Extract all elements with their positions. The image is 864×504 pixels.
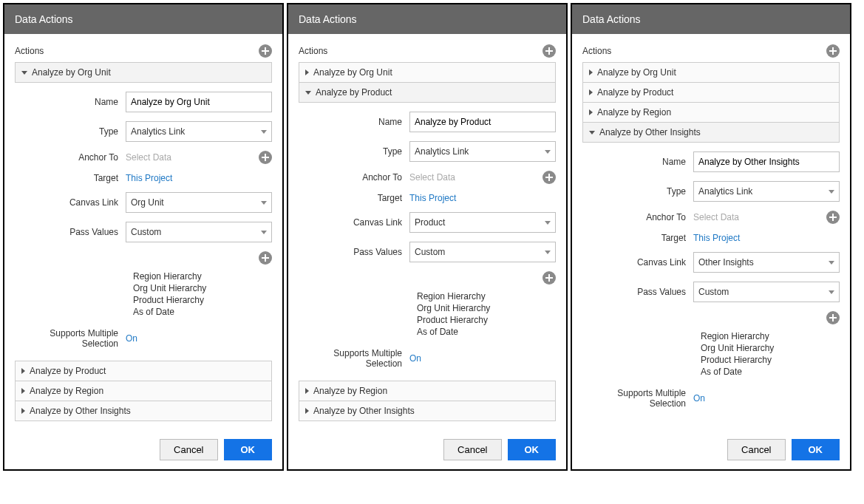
pass-values-select[interactable]: Custom xyxy=(693,282,840,302)
accordion-item-region[interactable]: Analyze by Region xyxy=(299,381,556,401)
action-form: Name Type Analytics Link Anchor To Selec… xyxy=(582,151,840,385)
name-label: Name xyxy=(299,117,409,127)
anchor-to-label: Anchor To xyxy=(299,172,409,183)
ok-button[interactable]: OK xyxy=(224,439,273,460)
dialog-title: Data Actions xyxy=(4,4,282,34)
chevron-down-icon xyxy=(261,231,267,234)
cancel-button[interactable]: Cancel xyxy=(443,439,501,460)
expand-icon xyxy=(21,408,25,414)
add-pass-value-icon[interactable] xyxy=(542,271,556,285)
add-pass-value-icon[interactable] xyxy=(259,251,272,265)
accordion-group: Analyze by Org Unit Analyze by Product xyxy=(299,62,556,103)
expand-icon xyxy=(305,388,309,394)
cancel-button[interactable]: Cancel xyxy=(727,439,785,460)
data-actions-dialog: Data Actions Actions Analyze by Org Unit… xyxy=(3,3,284,471)
add-pass-value-icon[interactable] xyxy=(826,311,840,324)
hierarchy-item: Region Hierarchy xyxy=(417,290,556,302)
accordion-item-product[interactable]: Analyze by Product xyxy=(15,361,272,381)
canvas-link-label: Canvas Link xyxy=(582,257,693,268)
accordion-label: Analyze by Product xyxy=(597,87,673,98)
add-anchor-icon[interactable] xyxy=(259,151,272,164)
accordion-item-other-insights[interactable]: Analyze by Other Insights xyxy=(582,122,840,143)
data-actions-dialog: Data Actions Actions Analyze by Org Unit… xyxy=(287,3,568,471)
anchor-to-label: Anchor To xyxy=(15,152,126,163)
canvas-link-select[interactable]: Org Unit xyxy=(126,192,272,213)
accordion-item-product[interactable]: Analyze by Product xyxy=(582,82,840,103)
expand-icon xyxy=(305,91,311,95)
supports-toggle[interactable]: On xyxy=(409,353,421,364)
expand-icon xyxy=(21,388,25,394)
accordion-group: Analyze by Org Unit Analyze by Product A… xyxy=(582,62,840,143)
anchor-placeholder: Select Data xyxy=(693,212,826,222)
name-field[interactable] xyxy=(126,92,272,112)
cancel-button[interactable]: Cancel xyxy=(160,439,217,460)
action-form: Name Type Analytics Link Anchor To Selec… xyxy=(15,92,272,325)
add-anchor-icon[interactable] xyxy=(826,211,840,224)
dialog-body: Actions Analyze by Org Unit Analyze by P… xyxy=(288,34,566,432)
actions-label: Actions xyxy=(15,46,44,56)
type-select[interactable]: Analytics Link xyxy=(409,141,556,162)
accordion-item-other-insights[interactable]: Analyze by Other Insights xyxy=(299,401,556,421)
hierarchy-item: Org Unit Hierarchy xyxy=(701,342,840,354)
name-field[interactable] xyxy=(693,151,840,172)
expand-icon xyxy=(305,408,309,414)
accordion-item-org-unit[interactable]: Analyze by Org Unit xyxy=(15,62,272,83)
type-select[interactable]: Analytics Link xyxy=(693,181,840,202)
ok-button[interactable]: OK xyxy=(508,439,557,460)
anchor-placeholder: Select Data xyxy=(409,172,542,183)
hierarchy-item: Region Hierarchy xyxy=(701,330,840,342)
accordion-item-other-insights[interactable]: Analyze by Other Insights xyxy=(15,401,272,421)
type-select[interactable]: Analytics Link xyxy=(126,121,272,142)
add-action-icon[interactable] xyxy=(259,44,272,58)
dialog-title: Data Actions xyxy=(288,4,566,34)
add-action-icon[interactable] xyxy=(542,44,556,58)
action-form: Name Type Analytics Link Anchor To Selec… xyxy=(299,112,556,345)
supports-label: Supports Multiple Selection xyxy=(299,348,409,369)
ok-button[interactable]: OK xyxy=(792,439,840,460)
hierarchy-item: Product Hierarchy xyxy=(701,354,840,366)
actions-section-header: Actions xyxy=(15,44,272,58)
supports-label: Supports Multiple Selection xyxy=(15,328,126,349)
accordion-label: Analyze by Other Insights xyxy=(313,406,415,416)
accordion-item-org-unit[interactable]: Analyze by Org Unit xyxy=(582,62,840,83)
add-anchor-icon[interactable] xyxy=(542,171,556,184)
supports-toggle[interactable]: On xyxy=(693,393,705,403)
chevron-down-icon xyxy=(829,290,834,294)
data-actions-dialog: Data Actions Actions Analyze by Org Unit… xyxy=(571,3,851,471)
pass-values-label: Pass Values xyxy=(15,227,126,237)
hierarchy-item: Org Unit Hierarchy xyxy=(133,282,272,294)
target-link[interactable]: This Project xyxy=(409,193,456,203)
hierarchy-item: As of Date xyxy=(133,306,272,318)
name-field[interactable] xyxy=(409,112,556,132)
accordion-label: Analyze by Org Unit xyxy=(313,67,392,78)
pass-values-select[interactable]: Custom xyxy=(409,242,556,262)
hierarchy-list: Region Hierarchy Org Unit Hierarchy Prod… xyxy=(133,270,272,318)
accordion-label: Analyze by Other Insights xyxy=(599,127,701,137)
dialog-footer: Cancel OK xyxy=(572,432,850,469)
name-label: Name xyxy=(15,97,126,107)
target-link[interactable]: This Project xyxy=(693,233,740,243)
add-action-icon[interactable] xyxy=(826,44,840,58)
accordion-group: Analyze by Org Unit xyxy=(15,62,272,83)
accordion-label: Analyze by Region xyxy=(313,386,387,396)
expand-icon xyxy=(589,89,593,95)
actions-section-header: Actions xyxy=(582,44,840,58)
canvas-link-select[interactable]: Product xyxy=(409,212,556,233)
dialog-footer: Cancel OK xyxy=(4,432,282,469)
accordion-item-region[interactable]: Analyze by Region xyxy=(15,381,272,401)
accordion-item-org-unit[interactable]: Analyze by Org Unit xyxy=(299,62,556,83)
target-label: Target xyxy=(15,173,126,183)
supports-toggle[interactable]: On xyxy=(126,333,137,344)
hierarchy-item: As of Date xyxy=(701,366,840,378)
hierarchy-item: Product Hierarchy xyxy=(417,314,556,326)
canvas-link-select[interactable]: Other Insights xyxy=(693,252,840,273)
target-label: Target xyxy=(582,233,693,243)
accordion-label: Analyze by Product xyxy=(316,87,392,98)
accordion-item-region[interactable]: Analyze by Region xyxy=(582,102,840,123)
accordion-item-product[interactable]: Analyze by Product xyxy=(299,82,556,103)
target-link[interactable]: This Project xyxy=(126,173,172,183)
actions-label: Actions xyxy=(582,46,611,56)
anchor-placeholder: Select Data xyxy=(126,152,259,163)
pass-values-select[interactable]: Custom xyxy=(126,222,272,242)
hierarchy-item: Product Hierarchy xyxy=(133,294,272,306)
